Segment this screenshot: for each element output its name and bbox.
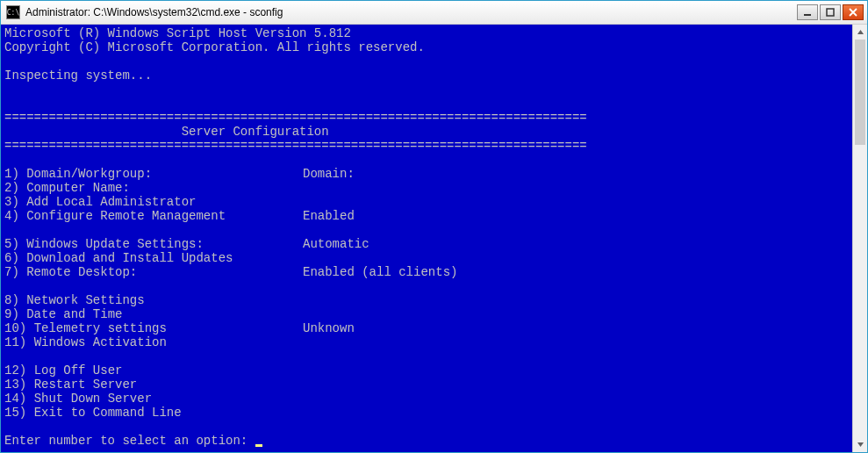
menu-item-3: 3) Add Local Administrator [4, 195, 849, 209]
prompt-text: Enter number to select an option: [4, 434, 255, 448]
maximize-button[interactable] [820, 4, 841, 20]
menu-item-4: 4) Configure Remote ManagementEnabled [4, 209, 849, 223]
divider-top: ========================================… [4, 111, 587, 125]
header-line1: Microsoft (R) Windows Script Host Versio… [4, 26, 351, 40]
window-title: Administrator: C:\Windows\system32\cmd.e… [25, 6, 797, 18]
menu-item-7: 7) Remote Desktop:Enabled (all clients) [4, 265, 849, 279]
cmd-icon: C:\ [6, 5, 20, 19]
scroll-down-button[interactable] [853, 437, 867, 452]
menu-item-8: 8) Network Settings [4, 293, 849, 307]
menu-item-6: 6) Download and Install Updates [4, 251, 849, 265]
close-button[interactable] [843, 4, 864, 20]
menu-item-11: 11) Windows Activation [4, 335, 849, 349]
menu-item-13: 13) Restart Server [4, 378, 849, 392]
cursor[interactable] [255, 444, 262, 447]
titlebar[interactable]: C:\ Administrator: C:\Windows\system32\c… [1, 1, 867, 25]
svg-rect-1 [827, 9, 834, 16]
svg-rect-0 [804, 14, 811, 16]
vertical-scrollbar[interactable] [852, 25, 867, 452]
section-title: Server Configuration [4, 125, 329, 139]
minimize-button[interactable] [797, 4, 818, 20]
menu-item-9: 9) Date and Time [4, 307, 849, 321]
cmd-window: C:\ Administrator: C:\Windows\system32\c… [0, 0, 868, 453]
client-area: Microsoft (R) Windows Script Host Versio… [1, 25, 867, 452]
menu-item-5: 5) Windows Update Settings:Automatic [4, 237, 849, 251]
console-output[interactable]: Microsoft (R) Windows Script Host Versio… [1, 25, 852, 452]
scroll-thumb[interactable] [855, 40, 865, 145]
divider-bottom: ========================================… [4, 139, 587, 153]
scroll-track[interactable] [853, 40, 867, 437]
window-controls [797, 1, 867, 24]
header-line2: Copyright (C) Microsoft Corporation. All… [4, 40, 425, 54]
scroll-up-button[interactable] [853, 25, 867, 40]
menu-item-1: 1) Domain/Workgroup:Domain: [4, 167, 849, 181]
menu-item-12: 12) Log Off User [4, 363, 849, 378]
inspecting-text: Inspecting system... [4, 68, 152, 83]
menu-item-14: 14) Shut Down Server [4, 392, 849, 406]
menu-item-15: 15) Exit to Command Line [4, 406, 849, 420]
menu-item-10: 10) Telemetry settingsUnknown [4, 321, 849, 335]
menu-item-2: 2) Computer Name: [4, 181, 849, 195]
